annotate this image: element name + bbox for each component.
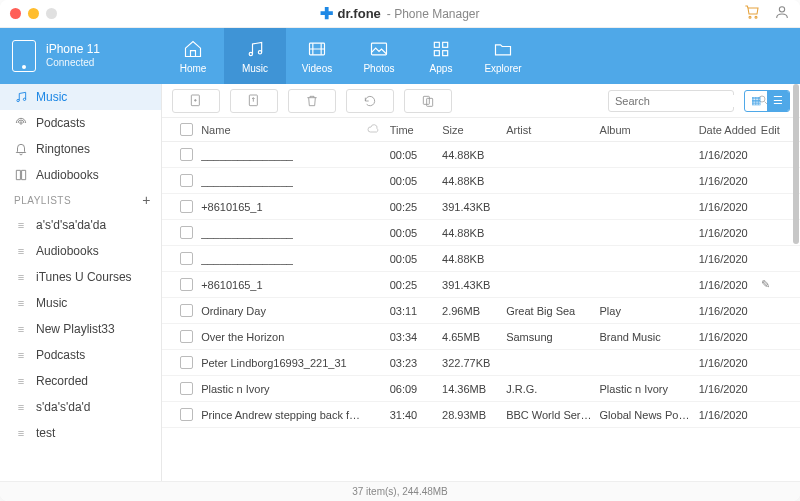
user-icon[interactable] [774, 4, 790, 24]
dedupe-button[interactable] [404, 89, 452, 113]
minimize-window-button[interactable] [28, 8, 39, 19]
row-checkbox[interactable] [180, 174, 193, 187]
search-input[interactable] [615, 95, 753, 107]
cell-edit[interactable]: ✎ [761, 278, 790, 291]
cell-size: 2.96MB [442, 305, 506, 317]
add-button[interactable] [172, 89, 220, 113]
cart-icon[interactable] [744, 4, 760, 24]
sidebar-item-podcasts[interactable]: Podcasts [0, 110, 161, 136]
cell-date: 1/16/2020 [699, 279, 761, 291]
home-icon [183, 39, 203, 59]
phone-icon [12, 40, 36, 72]
cell-date: 1/16/2020 [699, 227, 761, 239]
nav-home[interactable]: Home [162, 28, 224, 84]
svg-rect-7 [434, 42, 439, 47]
sidebar-item-music[interactable]: Music [0, 84, 161, 110]
nav-music[interactable]: Music [224, 28, 286, 84]
playlist-item[interactable]: ≡Music [0, 290, 161, 316]
close-window-button[interactable] [10, 8, 21, 19]
playlist-icon: ≡ [14, 348, 28, 362]
table-row[interactable]: +8610165_100:25391.43KB1/16/2020✎ [162, 272, 800, 298]
nav-label: Apps [430, 63, 453, 74]
delete-button[interactable] [288, 89, 336, 113]
device-pane[interactable]: iPhone 11 Connected [0, 28, 162, 84]
row-checkbox[interactable] [180, 148, 193, 161]
cell-size: 28.93MB [442, 409, 506, 421]
view-list-button[interactable]: ☰ [767, 91, 789, 111]
row-checkbox[interactable] [180, 330, 193, 343]
playlist-label: Audiobooks [36, 244, 99, 258]
sidebar: MusicPodcastsRingtonesAudiobooks PLAYLIS… [0, 84, 162, 481]
sidebar-item-ringtones[interactable]: Ringtones [0, 136, 161, 162]
col-name[interactable]: Name [201, 124, 366, 136]
brand-text: dr.fone [337, 6, 380, 21]
table-row[interactable]: Plastic n Ivory06:0914.36MBJ.R.G.Plastic… [162, 376, 800, 402]
select-all-checkbox[interactable] [180, 123, 193, 136]
row-checkbox[interactable] [180, 408, 193, 421]
playlist-icon: ≡ [14, 322, 28, 336]
cell-time: 03:11 [390, 305, 442, 317]
table-row[interactable]: Over the Horizon03:344.65MBSamsungBrand … [162, 324, 800, 350]
apps-icon [431, 39, 451, 59]
export-button[interactable] [230, 89, 278, 113]
row-checkbox[interactable] [180, 278, 193, 291]
device-status: Connected [46, 57, 100, 70]
book-icon [14, 168, 28, 182]
maximize-window-button[interactable] [46, 8, 57, 19]
table-row[interactable]: _______________00:0544.88KB1/16/2020 [162, 168, 800, 194]
tracks-table: Name Time Size Artist Album Date Added E… [162, 118, 800, 481]
table-row[interactable]: _______________00:0544.88KB1/16/2020 [162, 142, 800, 168]
table-row[interactable]: +8610165_100:25391.43KB1/16/2020 [162, 194, 800, 220]
playlist-item[interactable]: ≡New Playlist33 [0, 316, 161, 342]
playlist-icon: ≡ [14, 374, 28, 388]
playlist-item[interactable]: ≡a's'd'sa'da'da [0, 212, 161, 238]
playlist-item[interactable]: ≡Podcasts [0, 342, 161, 368]
col-date[interactable]: Date Added [699, 124, 761, 136]
row-checkbox[interactable] [180, 200, 193, 213]
scrollbar-thumb[interactable] [793, 84, 799, 244]
nav-videos[interactable]: Videos [286, 28, 348, 84]
search-box[interactable] [608, 90, 734, 112]
table-row[interactable]: Ordinary Day03:112.96MBGreat Big SeaPlay… [162, 298, 800, 324]
cell-name: _______________ [201, 175, 366, 187]
row-checkbox[interactable] [180, 304, 193, 317]
col-time[interactable]: Time [390, 124, 442, 136]
cell-time: 00:05 [390, 253, 442, 265]
cell-artist: J.R.G. [506, 383, 599, 395]
playlist-icon: ≡ [14, 244, 28, 258]
music-icon [14, 90, 28, 104]
table-row[interactable]: _______________00:0544.88KB1/16/2020 [162, 246, 800, 272]
refresh-button[interactable] [346, 89, 394, 113]
cell-name: Over the Horizon [201, 331, 366, 343]
playlist-item[interactable]: ≡iTunes U Courses [0, 264, 161, 290]
nav-photos[interactable]: Photos [348, 28, 410, 84]
playlist-item[interactable]: ≡s'da's'da'd [0, 394, 161, 420]
nav-explorer[interactable]: Explorer [472, 28, 534, 84]
row-checkbox[interactable] [180, 356, 193, 369]
row-checkbox[interactable] [180, 252, 193, 265]
sidebar-item-audiobooks[interactable]: Audiobooks [0, 162, 161, 188]
cell-size: 391.43KB [442, 279, 506, 291]
nav-apps[interactable]: Apps [410, 28, 472, 84]
window-controls [10, 8, 57, 19]
cell-size: 44.88KB [442, 227, 506, 239]
col-artist[interactable]: Artist [506, 124, 599, 136]
table-row[interactable]: Prince Andrew stepping back fro...31:402… [162, 402, 800, 428]
playlist-icon: ≡ [14, 426, 28, 440]
playlist-item[interactable]: ≡Recorded [0, 368, 161, 394]
podcast-icon [14, 116, 28, 130]
row-checkbox[interactable] [180, 382, 193, 395]
table-row[interactable]: _______________00:0544.88KB1/16/2020 [162, 220, 800, 246]
explorer-icon [493, 39, 513, 59]
col-size[interactable]: Size [442, 124, 506, 136]
row-checkbox[interactable] [180, 226, 193, 239]
cell-name: Peter Lindborg16993_221_31 [201, 357, 366, 369]
col-album[interactable]: Album [600, 124, 699, 136]
playlist-icon: ≡ [14, 400, 28, 414]
playlist-label: s'da's'da'd [36, 400, 91, 414]
playlist-item[interactable]: ≡test [0, 420, 161, 446]
table-row[interactable]: Peter Lindborg16993_221_3103:23322.77KB1… [162, 350, 800, 376]
playlist-item[interactable]: ≡Audiobooks [0, 238, 161, 264]
add-playlist-button[interactable]: + [142, 192, 151, 208]
view-grid-button[interactable]: ▦ [745, 91, 767, 111]
